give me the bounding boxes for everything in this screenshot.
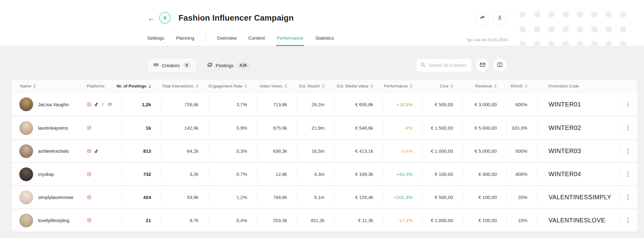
tab-planning[interactable]: Planning	[175, 30, 195, 46]
sort-icon	[285, 84, 287, 88]
cell-revenue: € 100,00	[463, 209, 507, 231]
table-row[interactable]: cryskay7323,2k0,7%12,8k4,3m€ 108,3k+43,3…	[12, 162, 637, 185]
column-header-media_value[interactable]: Est. Media Value	[334, 84, 383, 88]
cell-roas: 10%	[507, 209, 537, 231]
tab-settings[interactable]: Settings	[147, 30, 165, 46]
creator-name: simplylaurenrose	[38, 195, 73, 200]
sort-icon	[410, 84, 412, 88]
column-settings-button[interactable]	[493, 58, 507, 72]
cell-menu[interactable]	[619, 93, 637, 116]
kebab-dot	[627, 129, 629, 131]
table-row[interactable]: laurenkaysims1k142,6k0,9%675,9k21,9m€ 54…	[12, 116, 637, 139]
cell-name: simplylaurenrose	[12, 186, 87, 208]
column-header-engagement[interactable]: Engagement Rate	[208, 84, 257, 88]
postings-count-badge: 4,2k	[237, 62, 250, 68]
table-row[interactable]: JaLisa Vaughn1,2k726,6k3,7%713,8k26,2m€ …	[12, 93, 637, 116]
row-menu-button[interactable]	[625, 123, 631, 133]
reach-value: 26,2m	[311, 102, 324, 107]
engagement-value: 0,4%	[237, 218, 247, 223]
view-toggle: Creators 6 Postings 4,2k	[147, 58, 255, 73]
cell-promo: WINTER01	[537, 93, 619, 116]
cell-promo: VALENTINESSIMPLY	[537, 186, 619, 208]
sort-icon	[196, 84, 198, 88]
cell-menu[interactable]	[619, 117, 637, 139]
column-header-video_views[interactable]: Video Views	[257, 84, 297, 88]
youtube-icon	[107, 102, 112, 107]
postings-value: 1k	[146, 125, 151, 131]
cell-promo: WINTER02	[537, 117, 619, 139]
topbar-actions	[476, 11, 507, 25]
video_views-value: 203,3k	[273, 218, 287, 223]
cost-value: € 500,00	[435, 195, 453, 200]
kebab-dot	[627, 106, 629, 107]
cell-postings: 732	[122, 163, 161, 185]
tab-overview[interactable]: Overview	[217, 30, 237, 46]
column-header-roas[interactable]: ROAS	[507, 84, 537, 88]
cell-revenue: € 100,00	[463, 186, 507, 208]
creators-toggle-button[interactable]: Creators 6	[147, 58, 197, 73]
cell-video_views: 12,8k	[257, 163, 297, 185]
promotion-code: VALENTINESSIMPLY	[549, 194, 611, 201]
back-button[interactable]: ←	[146, 13, 157, 24]
cell-menu[interactable]	[619, 209, 637, 231]
cell-revenue: € 5.000,00	[463, 140, 507, 162]
promotion-code: WINTER04	[549, 171, 581, 178]
search-input[interactable]	[428, 63, 468, 68]
message-button[interactable]	[476, 58, 489, 72]
cell-menu[interactable]	[619, 163, 637, 185]
cell-reach: 16,5m	[297, 140, 334, 162]
row-menu-button[interactable]	[625, 146, 631, 156]
share-button[interactable]	[476, 11, 489, 25]
performance-value: +101,3%	[394, 195, 412, 200]
cell-menu[interactable]	[619, 140, 637, 162]
sort-icon	[371, 84, 373, 88]
table-row[interactable]: ashleeknichols81364,2k0,3%638,3k16,5m€ 4…	[12, 139, 637, 162]
kebab-dot	[627, 127, 629, 129]
interactions-value: 64,2k	[187, 148, 198, 154]
cell-cost: € 500,00	[422, 93, 463, 116]
sort-down-arrow	[525, 87, 527, 88]
row-menu-button[interactable]	[625, 215, 631, 226]
media_value-value: € 126,4k	[355, 195, 373, 200]
cell-performance: -17,4%	[383, 209, 422, 231]
tiktok-icon	[94, 102, 98, 107]
row-menu-button[interactable]	[625, 192, 631, 202]
interactions-value: 53,9k	[187, 195, 198, 200]
table-row[interactable]: simplylaurenrose42453,9k1,2%794,6k5,1m€ …	[12, 185, 637, 208]
roas-value: 20%	[518, 195, 527, 200]
cell-media_value: € 108,3k	[334, 163, 383, 185]
cell-platforms	[87, 209, 122, 231]
creator-name: lovelylifestyling	[38, 218, 69, 223]
avatar	[19, 121, 33, 135]
download-button[interactable]	[493, 11, 507, 25]
column-header-cost[interactable]: Cost	[422, 84, 463, 88]
column-header-performance[interactable]: Performance	[383, 84, 422, 88]
postings-toggle-button[interactable]: Postings 4,2k	[202, 58, 255, 73]
cell-revenue: € 400,00	[463, 163, 507, 185]
cost-value: € 1.500,00	[431, 125, 453, 131]
sort-down-arrow	[410, 87, 412, 88]
tab-content[interactable]: Content	[248, 30, 266, 46]
sort-icon	[245, 84, 247, 88]
kebab-dot	[627, 174, 629, 175]
cell-media_value: € 11,3k	[334, 209, 383, 231]
column-header-reach[interactable]: Est. Reach	[297, 84, 334, 88]
engagement-value: 0,9%	[237, 125, 247, 131]
tab-statistics[interactable]: Statistics	[315, 30, 335, 46]
tab-divider	[206, 32, 206, 43]
row-menu-button[interactable]	[625, 99, 631, 110]
creator-name: cryskay	[38, 171, 54, 177]
kebab-dot	[627, 220, 629, 221]
cell-interactions: 142,6k	[161, 117, 208, 139]
instagram-icon	[87, 172, 91, 176]
column-header-postings[interactable]: Nr. of Postings	[122, 84, 161, 88]
cell-menu[interactable]	[619, 186, 637, 208]
column-header-name[interactable]: Name	[12, 84, 87, 88]
column-header-interactions[interactable]: Total Interactions	[161, 84, 208, 88]
cell-reach: 4,3m	[297, 163, 334, 185]
row-menu-button[interactable]	[625, 169, 631, 179]
table-row[interactable]: lovelylifestyling219,7k0,4%203,3k451,2k€…	[12, 208, 637, 231]
tab-performance[interactable]: Performance	[276, 30, 304, 46]
column-label: Cost	[440, 84, 448, 88]
column-header-revenue[interactable]: Revenue	[463, 84, 507, 88]
